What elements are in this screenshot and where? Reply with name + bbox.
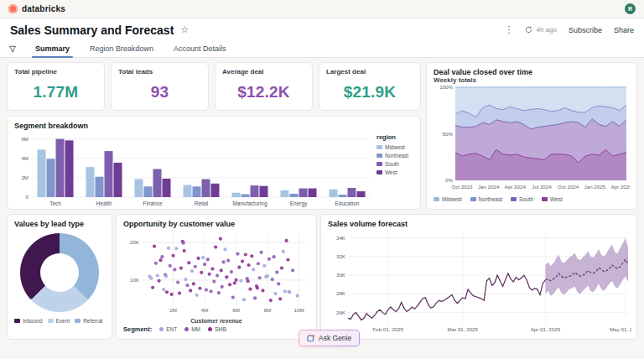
svg-text:28K: 28K — [336, 290, 346, 296]
kpi-label: Total leads — [118, 68, 201, 75]
area-chart-legend: MidwestNortheastSouthWest — [434, 196, 630, 202]
legend-item: MM — [184, 326, 200, 332]
svg-text:Finance: Finance — [143, 200, 163, 206]
tab-region-breakdown[interactable]: Region Breakdown — [81, 42, 162, 57]
svg-text:26K: 26K — [336, 310, 346, 315]
databricks-logo[interactable]: databricks — [8, 4, 65, 13]
donut-legend: InboundEventReferral — [14, 318, 105, 324]
svg-text:10K: 10K — [130, 277, 140, 283]
legend-swatch — [377, 145, 382, 149]
legend-swatch — [377, 170, 382, 174]
segment-breakdown-bar-chart: 02M4M6MTechHealthFinanceRetailManufactur… — [14, 132, 373, 207]
kpi-card-total-leads: Total leads 93 — [111, 62, 209, 111]
legend-item: Midwest — [377, 144, 408, 150]
refresh-timestamp: 4h ago — [536, 26, 556, 34]
svg-text:2M: 2M — [21, 174, 29, 180]
svg-text:6M: 6M — [21, 136, 29, 142]
kpi-value: 1.77M — [14, 83, 97, 101]
svg-text:Apr 01, 2025: Apr 01, 2025 — [531, 326, 561, 332]
svg-text:Mar 01, 2025: Mar 01, 2025 — [448, 326, 479, 332]
tab-summary[interactable]: Summary — [27, 42, 78, 57]
tab-bar: Summary Region Breakdown Account Details — [0, 41, 644, 58]
svg-text:Apr 2024: Apr 2024 — [505, 184, 527, 190]
chart-subtitle: Weekly totals — [434, 76, 630, 84]
legend-item: West — [542, 196, 563, 202]
legend-swatch — [184, 327, 189, 331]
legend-item: Referral — [75, 318, 102, 324]
kpi-card-largest-deal: Largest deal $21.9K — [319, 62, 421, 111]
svg-text:Retail: Retail — [195, 200, 209, 206]
svg-text:Apr 2025: Apr 2025 — [610, 184, 630, 190]
legend-swatch — [48, 319, 54, 323]
svg-text:50%: 50% — [443, 131, 454, 137]
svg-text:2M: 2M — [169, 307, 177, 313]
legend-item: Northeast — [377, 153, 408, 159]
sales-forecast-line-chart: 26K28K30K32K34KFeb 01, 2025Mar 01, 2025A… — [328, 228, 631, 334]
legend-item: South — [511, 196, 533, 202]
legend-swatch — [377, 162, 382, 166]
scatter-x-axis-label: Customer revenue — [123, 318, 309, 324]
favorite-star-icon[interactable]: ☆ — [180, 24, 189, 35]
svg-text:8M: 8M — [264, 307, 272, 313]
legend-swatch — [542, 197, 548, 201]
donut-hole — [40, 253, 79, 292]
legend-swatch — [14, 319, 20, 323]
share-button[interactable]: Share — [614, 26, 634, 34]
legend-item: Inbound — [14, 318, 43, 324]
opportunity-card: Opportunity by customer value 2M4M6M8M10… — [116, 214, 317, 340]
svg-text:10M: 10M — [294, 307, 304, 313]
svg-text:Health: Health — [96, 200, 112, 206]
chart-title: Deal value closed over time — [434, 68, 630, 76]
legend-item: Midwest — [434, 196, 462, 202]
svg-text:Energy: Energy — [290, 200, 308, 207]
kpi-card-average-deal: Average deal $12.2K — [215, 62, 313, 111]
svg-text:Oct 2024: Oct 2024 — [558, 184, 579, 190]
tab-account-details[interactable]: Account Details — [165, 42, 235, 57]
svg-text:6M: 6M — [232, 307, 240, 313]
legend-swatch — [377, 153, 382, 158]
forecast-card: Sales volume forecast 26K28K30K32K34KFeb… — [320, 214, 637, 340]
ask-genie-button[interactable]: Ask Genie — [299, 330, 360, 346]
legend-swatch — [434, 197, 439, 201]
svg-text:Feb 01, 2025: Feb 01, 2025 — [372, 326, 403, 332]
segment-breakdown-card: Segment breakdown 02M4M6MTechHealthFinan… — [7, 116, 421, 210]
svg-text:May 01, 2025: May 01, 2025 — [610, 326, 631, 332]
svg-text:Jul 2024: Jul 2024 — [532, 184, 552, 190]
refresh-control[interactable]: 4h ago — [525, 26, 556, 34]
genie-icon — [307, 334, 315, 342]
databricks-logo-icon — [8, 4, 18, 13]
filter-icon[interactable] — [8, 45, 17, 54]
kpi-value: $21.9K — [326, 83, 413, 101]
svg-text:Education: Education — [335, 200, 360, 206]
kpi-value: $12.2K — [222, 83, 305, 101]
kpi-label: Average deal — [222, 68, 305, 75]
dashboard-header: Sales Summary and Forecast ☆ ⋮ 4h ago Su… — [0, 18, 644, 41]
user-avatar[interactable]: R — [625, 3, 636, 14]
kpi-label: Largest deal — [326, 68, 413, 75]
svg-text:Tech: Tech — [49, 200, 61, 206]
dashboard-root: databricks R Sales Summary and Forecast … — [0, 0, 644, 359]
lead-type-card: Values by lead type InboundEventReferral — [7, 214, 112, 340]
svg-text:0%: 0% — [445, 177, 453, 183]
bar-chart-legend: regionMidwestNortheastSouthWest — [377, 132, 408, 207]
bar-legend-title: region — [377, 133, 408, 141]
kpi-value: 93 — [118, 83, 201, 101]
svg-text:Jan 2024: Jan 2024 — [478, 184, 500, 190]
svg-text:4M: 4M — [21, 155, 29, 161]
page-title: Sales Summary and Forecast — [10, 23, 174, 37]
chart-title: Segment breakdown — [14, 122, 413, 130]
svg-text:34K: 34K — [336, 235, 346, 241]
legend-item: Northeast — [470, 196, 502, 202]
scatter-legend: Segment:ENTMMSMB — [123, 325, 309, 333]
legend-swatch — [159, 327, 164, 331]
refresh-icon — [525, 26, 532, 34]
legend-item: ENT — [159, 326, 177, 332]
subscribe-button[interactable]: Subscribe — [569, 26, 602, 34]
chart-title: Values by lead type — [14, 220, 105, 228]
svg-text:Jan 2025: Jan 2025 — [584, 184, 606, 190]
overflow-menu-icon[interactable]: ⋮ — [504, 25, 513, 34]
legend-swatch — [208, 327, 212, 331]
kpi-label: Total pipeline — [14, 68, 97, 75]
deal-value-chart-card: Deal value closed over time Weekly total… — [426, 62, 637, 210]
ask-genie-label: Ask Genie — [319, 334, 351, 342]
